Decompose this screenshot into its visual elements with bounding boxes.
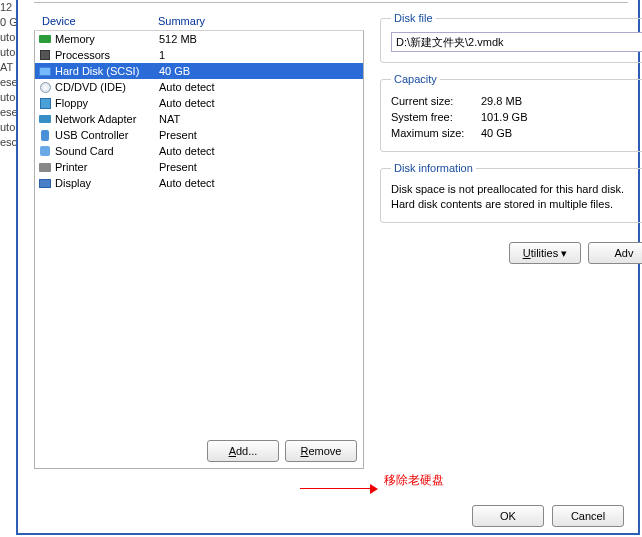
cancel-button[interactable]: Cancel bbox=[552, 505, 624, 527]
device-row[interactable]: FloppyAuto detect bbox=[35, 95, 363, 111]
separator bbox=[34, 2, 628, 4]
disk-info-line2: Hard disk contents are stored in multipl… bbox=[391, 197, 642, 212]
cd-icon bbox=[37, 80, 53, 94]
device-summary: Present bbox=[159, 129, 361, 141]
device-summary: Auto detect bbox=[159, 177, 361, 189]
device-list-header: Device Summary bbox=[34, 12, 364, 31]
truncated-left-edge: 12 M0 GButoutoATeseutoeseutoesc bbox=[0, 0, 16, 537]
disk-file-group: Disk file bbox=[380, 12, 642, 63]
device-row[interactable]: DisplayAuto detect bbox=[35, 175, 363, 191]
device-label: Hard Disk (SCSI) bbox=[55, 65, 159, 77]
device-row[interactable]: Hard Disk (SCSI)40 GB bbox=[35, 63, 363, 79]
device-row[interactable]: CD/DVD (IDE)Auto detect bbox=[35, 79, 363, 95]
device-label: Printer bbox=[55, 161, 159, 173]
disk-info-legend: Disk information bbox=[391, 162, 476, 174]
capacity-value: 40 GB bbox=[481, 127, 512, 139]
capacity-legend: Capacity bbox=[391, 73, 440, 85]
cpu-icon bbox=[37, 48, 53, 62]
disk-info-line1: Disk space is not preallocated for this … bbox=[391, 182, 642, 197]
capacity-value: 29.8 MB bbox=[481, 95, 522, 107]
device-summary: 512 MB bbox=[159, 33, 361, 45]
disk-file-path-input[interactable] bbox=[391, 32, 642, 52]
capacity-row: Maximum size:40 GB bbox=[391, 125, 642, 141]
device-summary: 40 GB bbox=[159, 65, 361, 77]
device-row[interactable]: Sound CardAuto detect bbox=[35, 143, 363, 159]
memory-icon bbox=[37, 32, 53, 46]
ok-button[interactable]: OK bbox=[472, 505, 544, 527]
device-label: Network Adapter bbox=[55, 113, 159, 125]
capacity-group: Capacity Current size:29.8 MBSystem free… bbox=[380, 73, 642, 152]
display-icon bbox=[37, 176, 53, 190]
device-label: USB Controller bbox=[55, 129, 159, 141]
device-summary: NAT bbox=[159, 113, 361, 125]
remove-button[interactable]: Remove bbox=[285, 440, 357, 462]
annotation-arrow bbox=[300, 484, 378, 494]
device-summary: 1 bbox=[159, 49, 361, 61]
device-label: Memory bbox=[55, 33, 159, 45]
device-list[interactable]: Memory512 MBProcessors1Hard Disk (SCSI)4… bbox=[34, 31, 364, 469]
column-header-summary[interactable]: Summary bbox=[158, 15, 360, 27]
hdd-icon bbox=[37, 64, 53, 78]
floppy-icon bbox=[37, 96, 53, 110]
device-row[interactable]: USB ControllerPresent bbox=[35, 127, 363, 143]
add-button[interactable]: Add... bbox=[207, 440, 279, 462]
device-panel: Device Summary Memory512 MBProcessors1Ha… bbox=[34, 12, 364, 469]
device-summary: Auto detect bbox=[159, 145, 361, 157]
device-label: Processors bbox=[55, 49, 159, 61]
sound-icon bbox=[37, 144, 53, 158]
device-row[interactable]: Memory512 MB bbox=[35, 31, 363, 47]
network-icon bbox=[37, 112, 53, 126]
device-summary: Auto detect bbox=[159, 97, 361, 109]
usb-icon bbox=[37, 128, 53, 142]
device-summary: Auto detect bbox=[159, 81, 361, 93]
device-row[interactable]: Processors1 bbox=[35, 47, 363, 63]
capacity-label: Maximum size: bbox=[391, 127, 481, 139]
column-header-device[interactable]: Device bbox=[38, 15, 158, 27]
utilities-button[interactable]: Utilities ▾ bbox=[509, 242, 581, 264]
capacity-row: System free:101.9 GB bbox=[391, 109, 642, 125]
device-summary: Present bbox=[159, 161, 361, 173]
device-label: Sound Card bbox=[55, 145, 159, 157]
device-row[interactable]: PrinterPresent bbox=[35, 159, 363, 175]
disk-file-legend: Disk file bbox=[391, 12, 436, 24]
device-label: CD/DVD (IDE) bbox=[55, 81, 159, 93]
capacity-label: Current size: bbox=[391, 95, 481, 107]
capacity-label: System free: bbox=[391, 111, 481, 123]
device-label: Floppy bbox=[55, 97, 159, 109]
capacity-row: Current size:29.8 MB bbox=[391, 93, 642, 109]
annotation-text: 移除老硬盘 bbox=[384, 472, 444, 489]
printer-icon bbox=[37, 160, 53, 174]
device-row[interactable]: Network AdapterNAT bbox=[35, 111, 363, 127]
device-label: Display bbox=[55, 177, 159, 189]
disk-information-group: Disk information Disk space is not preal… bbox=[380, 162, 642, 223]
capacity-value: 101.9 GB bbox=[481, 111, 527, 123]
advanced-button[interactable]: Adv bbox=[588, 242, 642, 264]
